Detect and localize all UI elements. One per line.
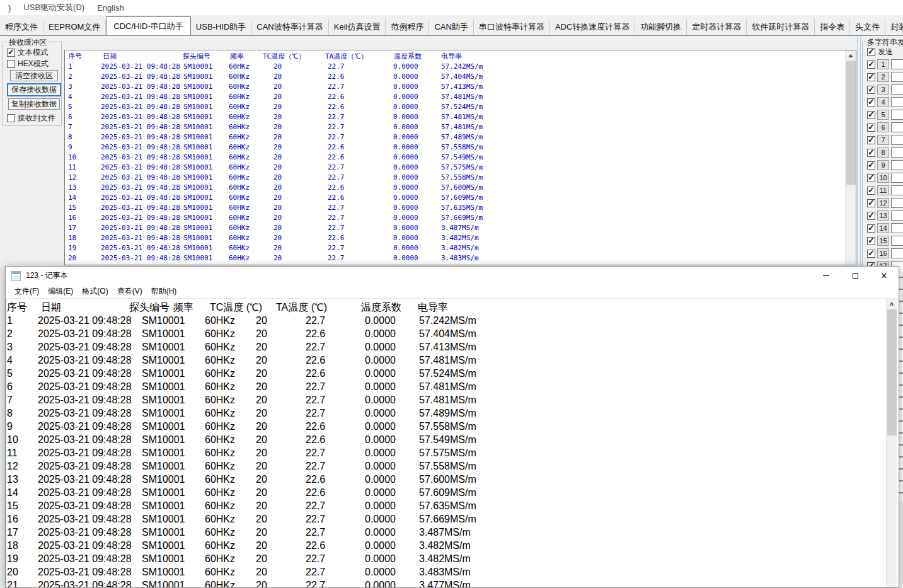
send-string-input[interactable] (891, 210, 903, 221)
checked-checkbox-icon[interactable] (867, 73, 875, 81)
send-string-input[interactable] (891, 236, 903, 246)
menu-item[interactable]: USB驱动安装(D) (17, 0, 91, 15)
send-string-button-13[interactable]: 13 (877, 210, 889, 221)
checked-checkbox-icon[interactable] (867, 86, 875, 94)
send-string-input[interactable] (891, 59, 903, 69)
checked-checkbox-icon[interactable] (867, 98, 875, 107)
send-string-button-11[interactable]: 11 (877, 185, 889, 195)
tab-CAN助手[interactable]: CAN助手 (429, 19, 473, 35)
list-row: 202025-03-21 09:48:28SM1000160HKz2022.70… (65, 253, 856, 263)
checked-checkbox-icon[interactable] (867, 224, 875, 233)
notepad-text-area[interactable]: 序号日期探头编号频率TC温度 (℃)TA温度 (℃)温度系数电导率 12025-… (6, 299, 899, 587)
tab-头文件[interactable]: 头文件 (850, 19, 885, 35)
notepad-titlebar[interactable]: 123 - 记事本 ✕ (6, 267, 899, 285)
notepad-menu-item[interactable]: 编辑(E) (43, 285, 78, 299)
checked-checkbox-icon[interactable] (867, 111, 875, 119)
multi-send-row: 4 (867, 96, 903, 108)
checked-checkbox-icon[interactable] (867, 237, 875, 245)
send-string-button-14[interactable]: 14 (877, 223, 889, 233)
send-string-button-2[interactable]: 2 (877, 72, 889, 82)
list-cell: 3.487MS/m (441, 223, 856, 233)
notepad-menu-item[interactable]: 格式(O) (78, 285, 112, 299)
close-button[interactable]: ✕ (870, 267, 899, 285)
list-cell: 10 (68, 153, 101, 163)
list-cell: 57.481MS/m (441, 92, 856, 102)
minimize-button[interactable] (812, 267, 841, 285)
send-checkbox[interactable]: 发送 (867, 47, 893, 57)
tab-ADC转换速度计算器[interactable]: ADC转换速度计算器 (550, 19, 635, 35)
notepad-row: 212025-03-21 09:48:28SM1000160HKz2022.70… (6, 579, 899, 587)
list-scrollbar[interactable] (845, 50, 856, 265)
checked-checkbox-icon[interactable] (867, 187, 875, 195)
send-string-input[interactable] (891, 160, 903, 170)
tab-CAN波特率计算器[interactable]: CAN波特率计算器 (251, 19, 328, 35)
menu-item[interactable]: English (91, 0, 130, 15)
send-string-input[interactable] (891, 122, 903, 132)
tab-指令表[interactable]: 指令表 (815, 19, 850, 35)
notepad-scrollbar[interactable]: ∧ (886, 299, 897, 587)
tab-Keil仿真设置[interactable]: Keil仿真设置 (329, 19, 386, 35)
hex-mode-checkbox[interactable]: HEX模式 (7, 59, 49, 69)
scroll-up-button[interactable]: ∧ (887, 299, 897, 309)
tab-串口波特率计算器[interactable]: 串口波特率计算器 (474, 19, 550, 35)
send-string-input[interactable] (891, 84, 903, 95)
list-cell: 18 (68, 233, 101, 243)
save-receive-button[interactable]: 保存接收数据 (7, 83, 61, 96)
notepad-header-cell: 频率 (173, 301, 210, 314)
send-string-input[interactable] (891, 198, 903, 208)
checked-checkbox-icon[interactable] (867, 199, 875, 207)
tab-范例程序[interactable]: 范例程序 (386, 19, 429, 35)
tab-USB-HID助手[interactable]: USB-HID助手 (191, 19, 251, 35)
tab-程序文件[interactable]: 程序文件 (0, 19, 43, 35)
tab-软件延时计算器[interactable]: 软件延时计算器 (747, 19, 815, 35)
checked-checkbox-icon[interactable] (867, 174, 875, 182)
receive-to-file-checkbox[interactable]: 接收到文件 (7, 113, 55, 124)
tab-封装脚位[interactable]: 封装脚位 (885, 19, 903, 35)
checked-checkbox-icon[interactable] (867, 61, 875, 69)
send-string-input[interactable] (891, 97, 903, 107)
notepad-menu-item[interactable]: 查看(V) (113, 285, 147, 299)
send-string-button-6[interactable]: 6 (877, 122, 889, 132)
send-string-button-10[interactable]: 10 (877, 173, 889, 183)
tab-定时器计算器[interactable]: 定时器计算器 (687, 19, 747, 35)
send-string-input[interactable] (891, 147, 903, 158)
tab-CDC/HID-串口助手[interactable]: CDC/HID-串口助手 (106, 16, 191, 35)
notepad-menu-item[interactable]: 文件(F) (10, 285, 43, 299)
send-string-button-4[interactable]: 4 (877, 97, 889, 107)
checked-checkbox-icon[interactable] (867, 212, 875, 220)
scrollbar-thumb[interactable] (887, 309, 897, 435)
tab-功能脚切换[interactable]: 功能脚切换 (635, 19, 687, 35)
send-string-input[interactable] (891, 185, 903, 195)
tab-EEPROM文件[interactable]: EEPROM文件 (43, 19, 106, 35)
send-string-button-16[interactable]: 16 (877, 248, 889, 258)
maximize-button[interactable] (841, 267, 870, 285)
text-mode-checkbox[interactable]: 文本模式 (7, 47, 48, 58)
checked-checkbox-icon[interactable] (867, 136, 875, 144)
send-string-button-3[interactable]: 3 (877, 84, 889, 95)
copy-receive-button[interactable]: 复制接收数据 (8, 98, 60, 110)
scroll-up-button[interactable] (846, 50, 856, 61)
send-string-input[interactable] (891, 135, 903, 145)
scrollbar-thumb[interactable] (846, 61, 856, 185)
notepad-menu-item[interactable]: 帮助(H) (147, 285, 181, 299)
send-string-button-15[interactable]: 15 (877, 236, 889, 246)
send-string-button-8[interactable]: 8 (877, 147, 889, 158)
send-string-button-9[interactable]: 9 (877, 160, 889, 170)
clear-receive-button[interactable]: 清空接收区 (10, 70, 58, 81)
checked-checkbox-icon[interactable] (867, 149, 875, 157)
checked-checkbox-icon[interactable] (867, 124, 875, 132)
send-string-input[interactable] (891, 173, 903, 183)
notepad-cell: SM10001 (142, 433, 205, 446)
send-string-input[interactable] (891, 110, 903, 120)
send-string-input[interactable] (891, 248, 903, 258)
send-string-button-5[interactable]: 5 (877, 110, 889, 120)
send-string-input[interactable] (891, 223, 903, 233)
checked-checkbox-icon[interactable] (867, 250, 875, 258)
send-string-button-1[interactable]: 1 (877, 59, 889, 69)
send-string-button-7[interactable]: 7 (877, 135, 889, 145)
checked-checkbox-icon[interactable] (867, 161, 875, 170)
send-string-input[interactable] (891, 72, 903, 82)
menu-item[interactable]: ) (2, 0, 17, 15)
receive-data-list[interactable]: 序号日期探头编号频率TC温度（℃）TA温度（℃）温度系数电导率 12025-03… (64, 50, 856, 265)
send-string-button-12[interactable]: 12 (877, 198, 889, 208)
